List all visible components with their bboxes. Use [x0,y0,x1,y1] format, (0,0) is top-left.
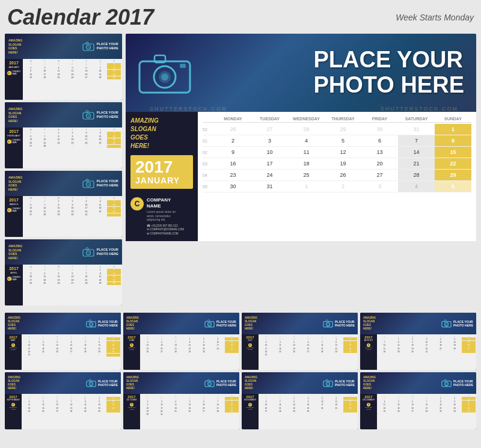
svg-point-14 [87,252,89,254]
camera-icon-august [441,319,452,328]
company-section: C COMPANYNAME Lorem ipsum dolor sitamet,… [130,197,193,236]
svg-point-36 [446,324,447,325]
svg-rect-21 [180,64,186,68]
main-photo-banner: PLACE YOUR PHOTO HERE SHUTTERSTOCK.COM S… [126,34,476,112]
svg-rect-41 [89,379,91,381]
calendar-grid: MONDAY TUESDAY WEDNESDAY THURSDAY FRIDAY… [203,115,471,192]
svg-point-6 [87,115,89,117]
table-row: 01 2 3 4 5 6 7 8 [203,135,471,147]
left-thumbnails: AMAZINGSLOGANGOESHERE! PLACE YOURPHOTO H… [5,34,122,305]
svg-rect-29 [207,320,209,322]
svg-rect-49 [326,379,328,381]
main-camera-icon [138,51,192,96]
bottom-rows: AMAZINGSLOGANGOESHERE! PLACE YOURPHOTO H… [0,310,481,434]
camera-icon-dec [441,379,452,387]
svg-rect-3 [86,42,88,44]
svg-rect-37 [444,320,446,322]
camera-icon-nov [323,379,333,387]
thumb-august: AMAZINGSLOGANGOESHERE! PLACE YOURPHOTO H… [360,313,476,370]
thumb-november: AMAZINGSLOGANGOESHERE! PLACE YOURPHOTO H… [242,372,358,429]
company-contact: ☎ +01(234) 567 891 012 ✉ COMPANY@DOMAIN.… [147,224,193,236]
svg-point-44 [209,383,210,385]
svg-point-32 [327,324,329,325]
company-logo: C [130,197,144,210]
thumb-june: AMAZINGSLOGANGOESHERE! PLACE YOURPHOTO H… [123,313,239,370]
svg-point-10 [87,183,89,185]
main-photo-text: PLACE YOUR PHOTO HERE [313,48,464,98]
page-title: Calendar 2017 [7,5,154,30]
camera-icon-thumb-mar [82,179,94,188]
table-row: 52 26 27 28 29 30 31 1 [203,124,471,135]
camera-icon-thumb-feb [82,110,94,120]
thumb-july: AMAZINGSLOGANGOESHERE! PLACE YOURPHOTO H… [242,313,358,370]
thumb-december: AMAZINGSLOGANGOESHERE! PLACE YOURPHOTO H… [360,372,476,429]
table-row: 03 16 17 18 19 20 21 22 [203,158,471,170]
svg-rect-45 [207,379,209,381]
svg-point-19 [161,73,168,81]
camera-icon-june [204,319,215,328]
main-calendar: PLACE YOUR PHOTO HERE SHUTTERSTOCK.COM S… [126,34,476,305]
thumb-may: AMAZINGSLOGANGOESHERE! PLACE YOURPHOTO H… [5,313,121,370]
svg-rect-33 [326,320,328,322]
svg-rect-15 [86,248,88,250]
camera-icon-sep [86,379,96,387]
title-bar: Calendar 2017 Week Starts Monday [0,0,481,34]
svg-point-48 [327,383,329,385]
thumb-april: AMAZINGSLOGANGOESHERE! PLACE YOURPHOTO H… [5,239,122,305]
company-name: COMPANYNAME [147,197,193,209]
svg-point-52 [446,383,447,385]
subtitle: Week Starts Monday [396,13,474,22]
main-cal-left: AMAZINGSLOGANGOESHERE! 2017 JANUARY C CO… [126,112,198,241]
table-row: 04 23 24 25 26 27 28 29 [203,170,471,181]
thumb-january: AMAZINGSLOGANGOESHERE! PLACE YOURPHOTO H… [5,34,122,100]
main-cal-body: AMAZINGSLOGANGOESHERE! 2017 JANUARY C CO… [126,112,476,241]
bottom-row-2: AMAZINGSLOGANGOESHERE! PLACE YOURPHOTO H… [5,372,476,429]
main-cal-right: MONDAY TUESDAY WEDNESDAY THURSDAY FRIDAY… [198,112,476,241]
table-row: 05 30 31 1 2 3 4 5 [203,181,471,192]
year-display: 2017 JANUARY [130,155,193,189]
svg-point-2 [87,46,89,48]
company-info: COMPANYNAME Lorem ipsum dolor sitamet, c… [147,197,193,236]
svg-point-28 [209,324,210,325]
thumb-march: AMAZINGSLOGANGOESHERE! PLACE YOURPHOTO H… [5,171,122,237]
svg-point-24 [90,324,92,325]
svg-point-40 [90,383,92,385]
camera-icon-oct [204,379,215,387]
thumb-february: AMAZINGSLOGANGOESHERE! PLACE YOURPHOTO H… [5,102,122,168]
watermark1: SHUTTERSTOCK.COM [150,106,227,112]
watermark2: SHUTTERSTOCK.COM [381,106,458,112]
bottom-row-1: AMAZINGSLOGANGOESHERE! PLACE YOURPHOTO H… [5,313,476,370]
content-area: AMAZINGSLOGANGOESHERE! PLACE YOURPHOTO H… [0,34,481,310]
camera-icon-thumb-apr [82,247,94,257]
svg-rect-11 [86,179,88,181]
thumb-september: AMAZINGSLOGANGOESHERE! PLACE YOURPHOTO H… [5,372,121,429]
svg-rect-53 [444,379,446,381]
svg-rect-7 [86,111,88,112]
company-desc: Lorem ipsum dolor sitamet, consecteturad… [147,210,193,222]
main-slogan: AMAZINGSLOGANGOESHERE! [130,117,193,150]
table-row: 02 9 10 11 12 13 14 15 [203,147,471,158]
camera-icon-may [86,319,96,328]
camera-icon-thumb [82,41,94,51]
thumb-october: AMAZINGSLOGANGOESHERE! PLACE YOURPHOTO H… [123,372,239,429]
camera-icon-july [323,319,333,328]
svg-rect-25 [89,320,91,322]
